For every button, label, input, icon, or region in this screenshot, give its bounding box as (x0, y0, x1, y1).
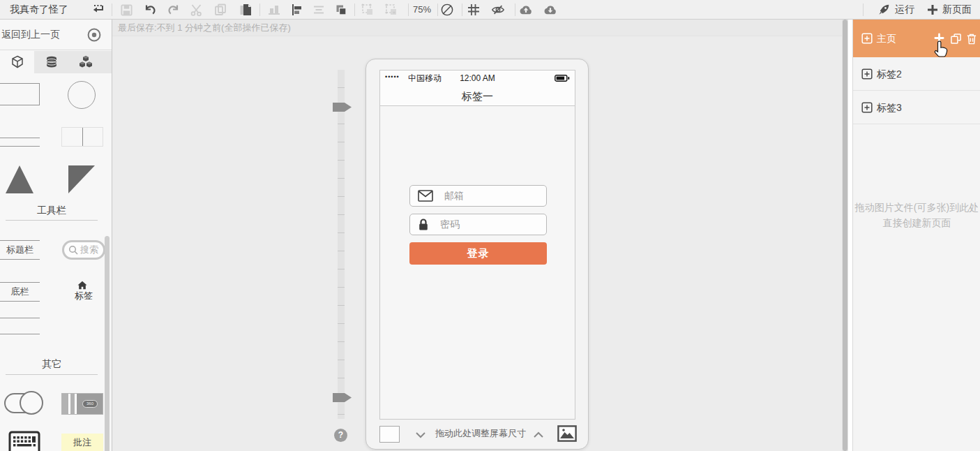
help-button[interactable]: ? (334, 429, 347, 442)
clock-label: 12:00 AM (380, 71, 575, 86)
ungroup-icon[interactable] (384, 3, 398, 17)
lock-icon (418, 218, 429, 231)
envelope-icon (418, 190, 433, 202)
vertical-divider-widget[interactable] (61, 127, 103, 147)
pages-panel: 主页 标签2 (852, 20, 980, 451)
plus-icon (927, 4, 938, 15)
tabbar-widget[interactable]: 标签 (72, 281, 97, 302)
login-button-widget[interactable]: 登录 (409, 242, 547, 265)
rocket-icon (877, 3, 891, 16)
grid-icon[interactable] (467, 3, 481, 17)
cloud-upload-icon[interactable] (519, 3, 533, 17)
cloud-download-icon[interactable] (543, 3, 557, 17)
rectangle-widget[interactable] (0, 83, 40, 105)
group-icon[interactable] (361, 3, 375, 17)
drop-images-hint: 拖动图片文件(可多张)到此处 直接创建新页面 (853, 200, 980, 230)
vertical-ruler (338, 70, 345, 419)
align-bottom-icon[interactable] (267, 3, 281, 17)
ruler-handle-bottom[interactable] (333, 393, 352, 402)
annotation-widget[interactable]: 批注 (61, 434, 103, 451)
database-icon (45, 55, 59, 69)
chevron-up-icon[interactable] (533, 431, 544, 438)
align-left-icon[interactable] (289, 3, 303, 17)
toggle-switch-widget[interactable] (4, 391, 45, 415)
duplicate-page-icon[interactable] (950, 33, 962, 45)
left-panel-scrollbar[interactable] (105, 236, 110, 451)
expand-icon[interactable] (861, 68, 873, 80)
mockup-editor: 我真奇了怪了 (0, 0, 980, 451)
horizontal-line-widget[interactable] (0, 127, 40, 147)
distribute-icon[interactable] (312, 3, 326, 17)
project-title: 我真奇了怪了 (10, 0, 68, 19)
rotate-screen-icon[interactable] (440, 3, 454, 17)
keyboard-widget[interactable] (8, 431, 40, 451)
back-to-previous-page[interactable]: 返回到上一页 (0, 20, 112, 50)
phone-screen: ••••• 中国移动 12:00 AM 标签一 邮箱 密码 登录 (379, 70, 575, 420)
phone-mockup: ••••• 中国移动 12:00 AM 标签一 邮箱 密码 登录 (365, 59, 589, 450)
zoom-level[interactable]: 75% (413, 0, 431, 19)
corner-triangle-widget[interactable] (68, 165, 95, 193)
circle-widget[interactable] (68, 81, 96, 109)
save-status: 最后保存:不到 1 分钟之前(全部操作已保存) (112, 20, 842, 36)
page-titlebar-widget[interactable]: 标签一 (380, 86, 575, 106)
cube-icon (10, 55, 24, 69)
new-page-button[interactable]: 新页面 (927, 0, 972, 19)
phone-resize-bar[interactable]: 拖动此处调整屏幕尺寸 (366, 420, 588, 449)
undo-icon[interactable] (143, 3, 157, 17)
list-lines-widget[interactable] (0, 318, 40, 334)
triangle-widget[interactable] (6, 165, 33, 193)
cut-icon[interactable] (190, 3, 204, 17)
delete-page-icon[interactable] (966, 33, 977, 45)
paste-icon[interactable] (238, 3, 252, 17)
battery-icon (555, 75, 570, 82)
canvas-scrollbar[interactable] (842, 20, 848, 451)
toolbar: 我真奇了怪了 (0, 0, 980, 20)
background-image-icon[interactable] (557, 425, 577, 442)
titlebar-widget[interactable]: 标题栏 (0, 240, 40, 260)
page-item-tab2[interactable]: 标签2 (853, 57, 980, 91)
page-item-tab3[interactable]: 标签3 (853, 91, 980, 124)
add-subpage-icon[interactable] (934, 33, 944, 43)
target-icon (86, 27, 102, 43)
phone-statusbar: ••••• 中国移动 12:00 AM (380, 71, 575, 86)
section-toolbar-label: 工具栏 (0, 205, 103, 217)
widget-panel: 返回到上一页 工具栏 标题栏 (0, 20, 112, 451)
email-field-widget[interactable]: 邮箱 (409, 185, 547, 207)
hide-layers-icon[interactable] (491, 3, 505, 17)
searchbar-widget[interactable]: 搜索 (62, 240, 105, 260)
tab-components[interactable] (68, 51, 103, 73)
copy-icon[interactable] (213, 3, 227, 17)
save-icon[interactable] (119, 3, 133, 17)
tab-data-widgets[interactable] (34, 51, 68, 73)
redo-icon[interactable] (167, 3, 181, 17)
widget-tabs (0, 51, 112, 73)
screen-size-box[interactable] (379, 426, 400, 443)
scrubber-badge: 360 (82, 400, 98, 408)
run-button[interactable]: 运行 (877, 0, 914, 19)
expand-icon[interactable] (861, 102, 873, 113)
chevron-down-icon[interactable] (415, 431, 426, 438)
magnifier-icon (68, 245, 78, 255)
password-field-widget[interactable]: 密码 (409, 214, 547, 235)
bring-forward-icon[interactable] (334, 3, 348, 17)
image-scrubber-widget[interactable]: 360 (61, 393, 103, 415)
expand-icon[interactable] (861, 33, 873, 44)
canvas: 最后保存:不到 1 分钟之前(全部操作已保存) ? ••••• 中国移动 12:… (112, 20, 842, 451)
ruler-handle-top[interactable] (333, 103, 352, 112)
section-other-label: 其它 (0, 358, 103, 371)
tab-basic-shapes[interactable] (0, 51, 34, 73)
page-item-home[interactable]: 主页 (853, 20, 980, 57)
arrange-icon[interactable] (91, 3, 105, 17)
resize-hint-label: 拖动此处调整屏幕尺寸 (432, 427, 529, 440)
blocks-icon (79, 55, 93, 69)
bottombar-widget[interactable]: 底栏 (0, 282, 40, 302)
home-icon (77, 281, 87, 290)
